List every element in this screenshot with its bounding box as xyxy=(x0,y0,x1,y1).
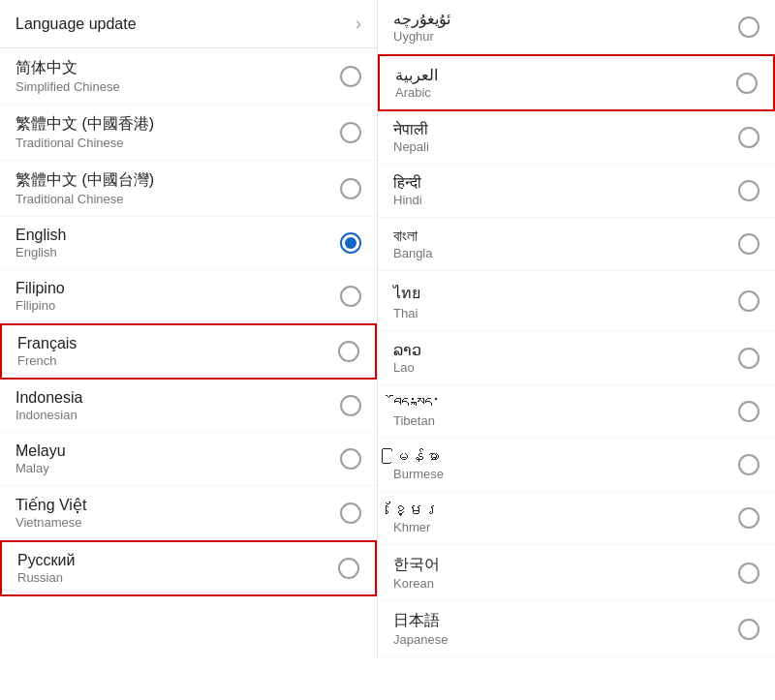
language-text: EnglishEnglish xyxy=(16,227,66,259)
language-item[interactable]: MelayuMalay xyxy=(0,433,377,486)
language-text: नेपालीNepali xyxy=(393,121,429,154)
lang-english-name: Uyghur xyxy=(393,29,450,44)
language-item[interactable]: বাংলাBangla xyxy=(378,218,775,271)
lang-english-name: Nepali xyxy=(393,139,429,154)
language-item[interactable]: မြန်မာBurmese xyxy=(378,439,775,492)
lang-english-name: Tibetan xyxy=(393,413,440,428)
language-item[interactable]: FrançaisFrench xyxy=(0,323,377,380)
language-update-row[interactable]: Language update › xyxy=(0,0,377,48)
language-text: ไทยThai xyxy=(393,281,420,320)
language-text: 日本語Japanese xyxy=(393,611,448,647)
radio-button[interactable] xyxy=(736,73,758,94)
lang-native-name: ไทย xyxy=(393,281,420,305)
lang-native-name: ئۇيغۇرچە xyxy=(393,10,450,28)
language-text: မြန်မာBurmese xyxy=(393,448,444,481)
lang-english-name: Indonesian xyxy=(16,408,82,422)
language-item[interactable]: नेपालीNepali xyxy=(378,111,775,165)
lang-native-name: नेपाली xyxy=(393,121,429,138)
lang-native-name: Français xyxy=(17,335,77,352)
language-text: FilipinoFilipino xyxy=(16,280,65,313)
right-panel: ئۇيغۇرچەUyghurالعربيةArabicनेपालीNepaliह… xyxy=(378,0,775,657)
language-item[interactable]: IndonesiaIndonesian xyxy=(0,380,377,433)
radio-button[interactable] xyxy=(738,180,760,201)
lang-native-name: 繁體中文 (中國香港) xyxy=(16,114,154,135)
radio-button[interactable] xyxy=(340,502,361,524)
lang-native-name: ລາວ xyxy=(393,341,421,359)
language-item[interactable]: ខ្មែរKhmer xyxy=(378,492,775,545)
language-text: 한국어Korean xyxy=(393,555,440,591)
radio-button[interactable] xyxy=(738,290,760,312)
lang-english-name: Vietnamese xyxy=(16,515,86,530)
lang-english-name: English xyxy=(16,245,66,259)
radio-button[interactable] xyxy=(340,178,361,199)
language-text: MelayuMalay xyxy=(16,442,66,475)
language-item[interactable]: 한국어Korean xyxy=(378,545,775,601)
lang-native-name: 日本語 xyxy=(393,611,448,631)
radio-button[interactable] xyxy=(338,558,359,579)
lang-english-name: Japanese xyxy=(393,632,448,647)
lang-native-name: Melayu xyxy=(16,442,66,460)
language-text: IndonesiaIndonesian xyxy=(16,389,82,422)
language-text: FrançaisFrench xyxy=(17,335,77,368)
lang-english-name: Malay xyxy=(16,461,66,475)
radio-button[interactable] xyxy=(738,563,760,584)
lang-english-name: Bangla xyxy=(393,246,432,260)
lang-english-name: Traditional Chinese xyxy=(16,136,154,150)
radio-button[interactable] xyxy=(738,16,760,38)
language-item[interactable]: Tiếng ViệtVietnamese xyxy=(0,486,377,540)
lang-native-name: Filipino xyxy=(16,280,65,297)
language-item[interactable]: EnglishEnglish xyxy=(0,217,377,270)
language-text: РусскийRussian xyxy=(17,552,75,585)
language-item[interactable]: བོད་སྐད་Tibetan xyxy=(378,385,775,439)
language-item[interactable]: हिन्दीHindi xyxy=(378,165,775,218)
radio-button[interactable] xyxy=(340,122,361,143)
lang-english-name: Burmese xyxy=(393,467,444,481)
radio-button[interactable] xyxy=(340,286,361,307)
chevron-right-icon: › xyxy=(356,14,361,34)
language-item[interactable]: РусскийRussian xyxy=(0,540,377,596)
radio-button[interactable] xyxy=(340,395,361,416)
lang-native-name: English xyxy=(16,227,66,244)
radio-button[interactable] xyxy=(340,448,361,470)
lang-native-name: ខ្មែរ xyxy=(393,502,440,519)
lang-native-name: မြန်မာ xyxy=(393,448,444,466)
lang-native-name: हिन्दी xyxy=(393,174,422,192)
lang-english-name: Hindi xyxy=(393,193,422,207)
lang-native-name: বাংলা xyxy=(393,228,432,245)
lang-english-name: Russian xyxy=(17,570,75,585)
lang-english-name: Filipino xyxy=(16,298,65,313)
radio-button[interactable] xyxy=(738,233,760,255)
radio-button[interactable] xyxy=(340,232,361,254)
radio-button[interactable] xyxy=(738,454,760,475)
radio-button[interactable] xyxy=(738,401,760,422)
lang-english-name: Thai xyxy=(393,306,420,320)
lang-english-name: Traditional Chinese xyxy=(16,192,154,206)
language-item[interactable]: ئۇيغۇرچەUyghur xyxy=(378,0,775,54)
left-languages-list: 简体中文Simplified Chinese繁體中文 (中國香港)Traditi… xyxy=(0,48,377,596)
lang-english-name: Korean xyxy=(393,576,440,591)
radio-button[interactable] xyxy=(738,348,760,369)
language-item[interactable]: ไทยThai xyxy=(378,271,775,331)
lang-native-name: العربية xyxy=(395,66,438,84)
radio-button[interactable] xyxy=(738,507,760,529)
language-item[interactable]: FilipinoFilipino xyxy=(0,270,377,323)
language-item[interactable]: 日本語Japanese xyxy=(378,601,775,657)
lang-native-name: 한국어 xyxy=(393,555,440,575)
language-text: 简体中文Simplified Chinese xyxy=(16,58,120,94)
language-item[interactable]: 简体中文Simplified Chinese xyxy=(0,48,377,105)
lang-english-name: Simplified Chinese xyxy=(16,79,120,94)
language-item[interactable]: ລາວLao xyxy=(378,331,775,385)
language-item[interactable]: 繁體中文 (中國香港)Traditional Chinese xyxy=(0,105,377,161)
language-item[interactable]: العربيةArabic xyxy=(378,54,775,111)
language-text: 繁體中文 (中國香港)Traditional Chinese xyxy=(16,114,154,150)
radio-button[interactable] xyxy=(340,66,361,87)
lang-native-name: Tiếng Việt xyxy=(16,496,86,514)
radio-button[interactable] xyxy=(338,341,359,362)
language-item[interactable]: 繁體中文 (中國台灣)Traditional Chinese xyxy=(0,161,377,217)
radio-button[interactable] xyxy=(738,127,760,148)
lang-english-name: Arabic xyxy=(395,85,438,100)
language-text: བོད་སྐད་Tibetan xyxy=(393,395,440,428)
radio-button[interactable] xyxy=(738,619,760,640)
language-update-label: Language update xyxy=(16,15,137,33)
lang-native-name: བོད་སྐད་ xyxy=(393,395,440,412)
